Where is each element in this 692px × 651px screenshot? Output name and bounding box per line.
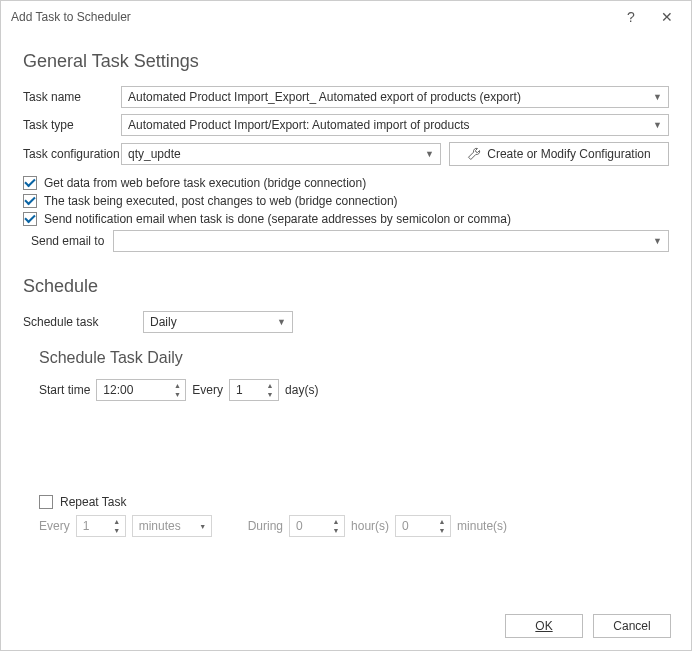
during-hours-input: 0 ▲ ▼ [289,515,345,537]
every-label: Every [192,383,223,397]
every-days-input[interactable]: 1 ▲ ▼ [229,379,279,401]
task-name-field[interactable]: Automated Product Import_Export_ Automat… [121,86,669,108]
dialog-footer: OK Cancel [505,614,671,638]
ok-button[interactable]: OK [505,614,583,638]
post-changes-checkbox[interactable] [23,194,37,208]
chevron-up-icon: ▲ [110,517,124,526]
task-config-row: Task configuration qty_updte ▼ Create or… [23,142,669,166]
start-time-label: Start time [39,383,90,397]
task-config-field[interactable]: qty_updte ▼ [121,143,441,165]
during-minutes-input: 0 ▲ ▼ [395,515,451,537]
spin-buttons: ▲ ▼ [435,517,449,535]
chevron-down-icon: ▼ [435,526,449,535]
schedule-task-row: Schedule task Daily ▼ [23,311,669,333]
chevron-down-icon: ▼ [653,120,662,130]
during-label: During [248,519,283,533]
chevron-down-icon: ▼ [653,236,662,246]
post-changes-checkbox-row: The task being executed, post changes to… [23,194,669,208]
close-button[interactable]: ✕ [649,3,685,31]
spin-buttons: ▼ [196,517,210,535]
send-notification-checkbox[interactable] [23,212,37,226]
task-name-label: Task name [23,90,121,104]
dialog-content: General Task Settings Task name Automate… [1,33,691,537]
minutes-label: minute(s) [457,519,507,533]
repeat-details-row: Every 1 ▲ ▼ minutes ▼ During 0 ▲ ▼ hour(… [39,515,669,537]
chevron-down-icon: ▼ [425,149,434,159]
task-type-label: Task type [23,118,121,132]
get-data-checkbox-row: Get data from web before task execution … [23,176,669,190]
send-email-to-field[interactable]: ▼ [113,230,669,252]
task-type-field[interactable]: Automated Product Import/Export: Automat… [121,114,669,136]
spin-buttons: ▲ ▼ [329,517,343,535]
task-type-row: Task type Automated Product Import/Expor… [23,114,669,136]
during-minutes-value: 0 [402,519,409,533]
schedule-daily-heading: Schedule Task Daily [39,349,669,367]
spin-buttons[interactable]: ▲ ▼ [170,381,184,399]
start-time-row: Start time 12:00 ▲ ▼ Every 1 ▲ ▼ day(s) [39,379,669,401]
wrench-icon [467,147,481,161]
chevron-down-icon: ▼ [263,390,277,399]
cancel-button[interactable]: Cancel [593,614,671,638]
titlebar: Add Task to Scheduler ? ✕ [1,1,691,33]
chevron-up-icon: ▲ [263,381,277,390]
schedule-task-value: Daily [150,315,177,329]
start-time-value: 12:00 [103,383,133,397]
task-config-value: qty_updte [128,147,181,161]
during-hours-value: 0 [296,519,303,533]
task-name-value: Automated Product Import_Export_ Automat… [128,90,521,104]
send-notification-label: Send notification email when task is don… [44,212,511,226]
chevron-down-icon: ▼ [170,390,184,399]
repeat-task-label: Repeat Task [60,495,127,509]
repeat-every-label: Every [39,519,70,533]
every-days-value: 1 [236,383,243,397]
get-data-checkbox[interactable] [23,176,37,190]
days-label: day(s) [285,383,318,397]
general-settings-heading: General Task Settings [23,51,669,72]
start-time-input[interactable]: 12:00 ▲ ▼ [96,379,186,401]
create-modify-config-label: Create or Modify Configuration [487,147,650,161]
help-icon: ? [627,9,635,25]
chevron-up-icon: ▲ [170,381,184,390]
chevron-up-icon: ▲ [329,517,343,526]
help-button[interactable]: ? [613,3,649,31]
repeat-every-value: 1 [83,519,90,533]
repeat-task-row: Repeat Task [39,495,669,509]
close-icon: ✕ [661,9,673,25]
send-email-to-label: Send email to [31,234,113,248]
cancel-label: Cancel [613,619,650,633]
get-data-label: Get data from web before task execution … [44,176,366,190]
ok-label: OK [535,619,552,633]
schedule-task-label: Schedule task [23,315,143,329]
chevron-up-icon: ▲ [435,517,449,526]
task-config-label: Task configuration [23,147,121,161]
chevron-down-icon: ▼ [329,526,343,535]
chevron-down-icon: ▼ [277,317,286,327]
task-type-value: Automated Product Import/Export: Automat… [128,118,470,132]
repeat-task-checkbox[interactable] [39,495,53,509]
repeat-unit-select: minutes ▼ [132,515,212,537]
create-modify-config-button[interactable]: Create or Modify Configuration [449,142,669,166]
chevron-down-icon: ▼ [110,526,124,535]
hours-label: hour(s) [351,519,389,533]
task-name-row: Task name Automated Product Import_Expor… [23,86,669,108]
schedule-heading: Schedule [23,276,669,297]
chevron-down-icon: ▼ [196,517,210,535]
schedule-task-select[interactable]: Daily ▼ [143,311,293,333]
repeat-every-input: 1 ▲ ▼ [76,515,126,537]
spin-buttons: ▲ ▼ [110,517,124,535]
spin-buttons[interactable]: ▲ ▼ [263,381,277,399]
chevron-down-icon: ▼ [653,92,662,102]
send-email-row: Send email to ▼ [31,230,669,252]
repeat-unit-value: minutes [139,519,181,533]
window-title: Add Task to Scheduler [11,10,613,24]
post-changes-label: The task being executed, post changes to… [44,194,398,208]
send-notification-checkbox-row: Send notification email when task is don… [23,212,669,226]
